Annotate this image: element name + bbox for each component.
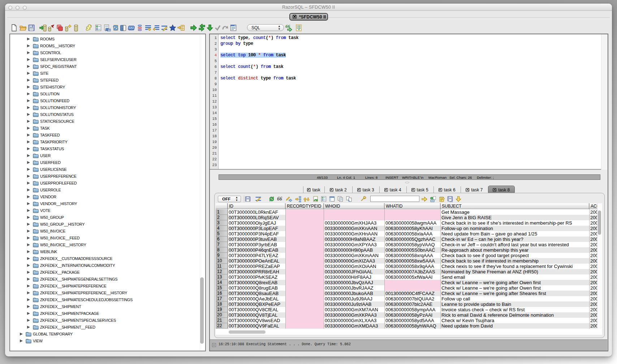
svg-text:66: 66 (277, 196, 282, 202)
